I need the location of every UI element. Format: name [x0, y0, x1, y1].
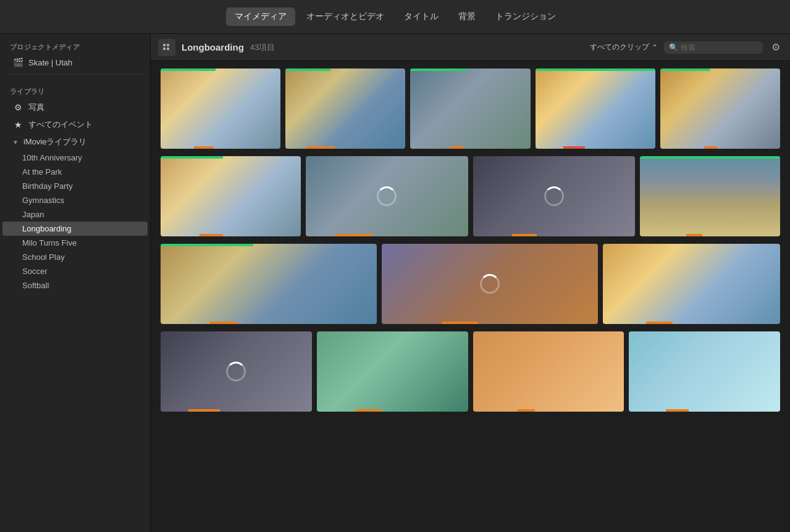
bar-empty-b2-1-5: [717, 146, 780, 149]
bar-red-1-4: [563, 146, 584, 149]
clip-thumb-3-2[interactable]: [382, 244, 598, 324]
clip-bar-top-2-1: [161, 156, 301, 159]
clip-bar-bottom-4-2: [317, 409, 468, 412]
bar-empty-b2-4-3: [535, 409, 624, 412]
bar-empty-b2-4-4: [689, 409, 780, 412]
search-input[interactable]: [681, 43, 755, 52]
bar-empty-b-4-4: [629, 409, 665, 412]
sidebar-sub-10th-anniversary[interactable]: 10th Anniversary: [2, 151, 148, 165]
svg-rect-1: [167, 44, 169, 46]
clip-thumb-1-4[interactable]: [536, 69, 655, 149]
clip-filter-label: すべてのクリップ: [590, 42, 649, 52]
search-icon: 🔍: [669, 43, 678, 52]
clip-spinner-2-2: [377, 186, 397, 206]
svg-rect-0: [163, 44, 166, 46]
clip-wrapper-2-4: [640, 156, 780, 236]
clip-filter[interactable]: すべてのクリップ ⌃: [590, 42, 658, 52]
sidebar-sub-milo-turns-five[interactable]: Milo Turns Five: [2, 236, 148, 250]
bar-green-3-1: [161, 244, 253, 246]
grid-row-1: [161, 69, 780, 149]
sidebar-sub-longboarding[interactable]: Longboarding: [2, 222, 148, 236]
sidebar-item-photos[interactable]: ⚙ 写真: [2, 99, 148, 116]
clip-thumb-4-1[interactable]: [161, 331, 312, 412]
bar-empty-b-2-2: [306, 234, 334, 236]
nav-my-media[interactable]: マイメディア: [226, 7, 295, 26]
bar-green-1-5: [660, 69, 710, 71]
bar-orange-1-2: [306, 146, 335, 149]
sidebar-sub-birthday-party[interactable]: Birthday Party: [2, 179, 148, 193]
bar-empty-b-1-5: [660, 146, 705, 149]
bar-orange-4-4: [666, 409, 689, 412]
clip-thumb-2-1[interactable]: [161, 156, 301, 236]
clip-thumb-2-2[interactable]: [306, 156, 468, 236]
clip-thumb-4-4[interactable]: [629, 331, 780, 412]
bar-orange-2-1: [200, 234, 223, 236]
bar-orange-4-3: [517, 409, 535, 412]
clip-thumb-2-4[interactable]: [640, 156, 780, 236]
video-grid: [151, 61, 790, 532]
clip-thumb-1-2[interactable]: [285, 69, 405, 149]
bar-orange-4-2: [356, 409, 382, 412]
sidebar-sub-gymnastics[interactable]: Gymnastics: [2, 193, 148, 207]
clip-wrapper-3-3: [603, 244, 780, 324]
grid-view-icon: [162, 43, 171, 52]
clip-wrapper-2-2: [306, 156, 468, 236]
clip-wrapper-4-2: [317, 331, 468, 412]
content-count: 43項目: [250, 42, 275, 53]
clip-thumb-4-2[interactable]: [317, 331, 468, 412]
bar-empty-b2-3-2: [478, 322, 599, 324]
expand-arrow-icon: ▼: [12, 139, 19, 146]
clip-bar-bottom-1-5: [660, 146, 780, 149]
sidebar-sub-school-play[interactable]: School Play: [2, 250, 148, 264]
bar-empty-b2-1-2: [335, 146, 405, 149]
nav-transitions[interactable]: トランジション: [487, 7, 565, 26]
clip-wrapper-3-2: [382, 244, 598, 324]
clip-spinner-3-2: [480, 274, 500, 294]
nav-backgrounds[interactable]: 背景: [450, 7, 484, 26]
grid-view-button[interactable]: [158, 39, 175, 56]
sidebar-divider-1: [7, 74, 143, 75]
clip-bar-bottom-4-1: [161, 409, 312, 412]
content-area: Longboarding 43項目 すべてのクリップ ⌃ 🔍 ⚙: [151, 34, 790, 532]
clip-bar-bottom-3-2: [382, 322, 598, 324]
sidebar-item-project[interactable]: 🎬 Skate | Utah: [2, 54, 148, 70]
all-events-label: すべてのイベント: [28, 119, 138, 130]
nav-audio-video[interactable]: オーディオとビデオ: [298, 7, 393, 26]
bar-green-1-3: [410, 69, 467, 71]
bar-orange-2-4: [686, 234, 702, 236]
bar-empty-b2-2-3: [537, 234, 635, 236]
bar-orange-1-3: [450, 146, 464, 149]
clip-bar-bottom-2-4: [640, 234, 780, 236]
clip-thumb-2-3[interactable]: [473, 156, 635, 236]
clip-filter-arrow-icon: ⌃: [652, 43, 658, 52]
clip-wrapper-1-4: [536, 69, 655, 149]
bar-empty-b-3-2: [382, 322, 442, 324]
sidebar-sub-at-the-park[interactable]: At the Park: [2, 165, 148, 179]
clip-thumb-4-3[interactable]: [473, 331, 624, 412]
clip-thumb-1-5[interactable]: [660, 69, 780, 149]
bar-orange-2-2: [335, 234, 373, 236]
sidebar-item-imovie-library[interactable]: ▼ iMovieライブラリ: [2, 133, 148, 151]
clip-thumb-1-3[interactable]: [410, 69, 530, 149]
settings-icon[interactable]: ⚙: [769, 39, 783, 56]
sidebar-sub-japan[interactable]: Japan: [2, 207, 148, 222]
sidebar-item-all-events[interactable]: ★ すべてのイベント: [2, 116, 148, 133]
clip-bar-bottom-4-4: [629, 409, 780, 412]
bar-empty-b-1-1: [161, 146, 194, 149]
bar-empty-b-4-3: [473, 409, 518, 412]
sidebar-sub-soccer[interactable]: Soccer: [2, 264, 148, 278]
bar-green-2-1: [161, 156, 223, 159]
bar-empty-b-2-3: [473, 234, 513, 236]
clip-thumb-3-3[interactable]: [603, 244, 780, 324]
library-label: ライブラリ: [0, 78, 150, 99]
bar-empty-b2-1-4: [585, 146, 655, 149]
clip-bar-top-3-1: [161, 244, 377, 246]
bar-empty-b-1-4: [536, 146, 564, 149]
clip-thumb-1-1[interactable]: [161, 69, 280, 149]
bar-empty-b2-3-3: [673, 322, 780, 324]
svg-rect-2: [163, 48, 166, 50]
bar-empty-b2-4-2: [382, 409, 468, 412]
clip-thumb-3-1[interactable]: [161, 244, 377, 324]
sidebar-sub-softball[interactable]: Softball: [2, 278, 148, 293]
nav-titles[interactable]: タイトル: [395, 7, 447, 26]
